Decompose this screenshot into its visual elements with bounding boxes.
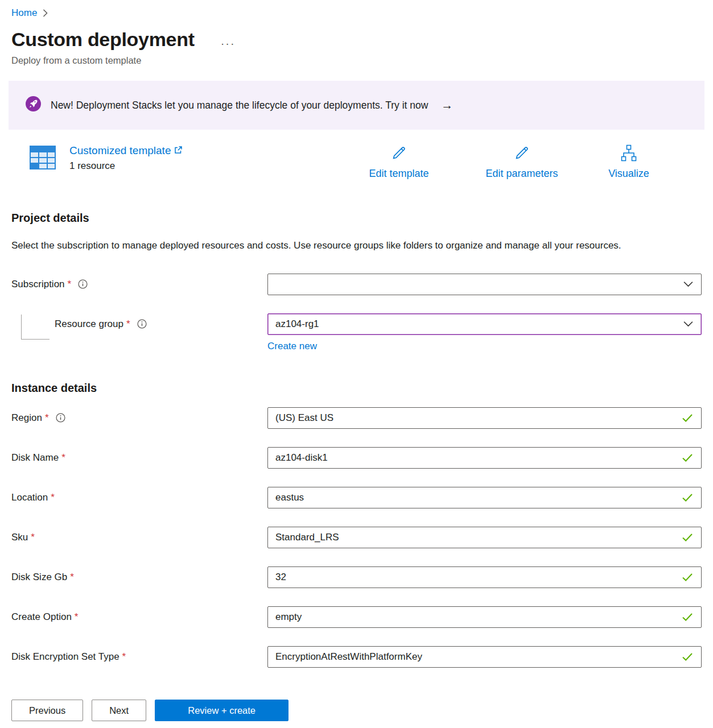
project-details-description: Select the subscription to manage deploy… (11, 237, 671, 254)
required-asterisk: * (126, 318, 130, 330)
region-label-group: Region * (11, 412, 267, 424)
location-input[interactable]: eastus (267, 487, 702, 508)
rocket-icon (26, 96, 41, 114)
next-button[interactable]: Next (92, 700, 146, 721)
resource-group-row: Resource group * az104-rg1 (11, 313, 702, 335)
region-row: Region * (US) East US (11, 407, 702, 429)
template-card: Customized template 1 resource (11, 144, 702, 180)
pencil-icon (513, 144, 530, 163)
required-asterisk: * (45, 412, 49, 424)
disk-size-input[interactable]: 32 (267, 566, 702, 588)
required-asterisk: * (68, 279, 72, 290)
hierarchy-icon (620, 144, 638, 163)
more-options-button[interactable]: ··· (221, 37, 236, 50)
required-asterisk: * (61, 452, 65, 464)
disk-size-label: Disk Size Gb (11, 572, 67, 583)
disk-name-value: az104-disk1 (275, 452, 328, 464)
create-new-link[interactable]: Create new (267, 341, 317, 352)
subscription-row: Subscription * (11, 274, 702, 295)
page-subtitle: Deploy from a custom template (11, 55, 702, 66)
disk-encryption-label-group: Disk Encryption Set Type * (11, 651, 267, 663)
template-actions: Edit template Edit parameters (337, 144, 702, 180)
disk-size-value: 32 (275, 572, 286, 583)
template-resource-count: 1 resource (69, 160, 182, 172)
valid-check-icon (682, 493, 693, 502)
page-title: Custom deployment (11, 28, 195, 51)
info-icon[interactable] (56, 413, 65, 423)
breadcrumb: Home (11, 6, 702, 20)
instance-details-heading: Instance details (11, 382, 702, 395)
sku-label: Sku (11, 532, 28, 543)
required-asterisk: * (70, 572, 74, 583)
location-row: Location * eastus (11, 487, 702, 508)
subscription-label-group: Subscription * (11, 279, 267, 290)
edit-parameters-label: Edit parameters (485, 168, 558, 180)
disk-name-label: Disk Name (11, 452, 59, 464)
resource-group-label: Resource group (55, 318, 123, 330)
pencil-icon (390, 144, 407, 163)
external-link-icon (174, 144, 182, 157)
resource-group-select[interactable]: az104-rg1 (267, 313, 702, 335)
nesting-connector (21, 315, 50, 340)
region-value: (US) East US (275, 412, 333, 424)
visualize-label: Visualize (608, 168, 649, 180)
customized-template-link[interactable]: Customized template (69, 144, 182, 157)
disk-size-label-group: Disk Size Gb * (11, 572, 267, 583)
sku-value: Standard_LRS (275, 532, 339, 543)
location-label-group: Location * (11, 492, 267, 503)
chevron-down-icon (683, 281, 693, 287)
valid-check-icon (682, 413, 693, 423)
review-create-button[interactable]: Review + create (155, 700, 289, 721)
chevron-down-icon (683, 321, 693, 327)
valid-check-icon (682, 652, 693, 661)
title-row: Custom deployment ··· (11, 28, 702, 51)
resource-group-label-group: Resource group * (11, 318, 267, 330)
edit-template-button[interactable]: Edit template (337, 144, 460, 180)
valid-check-icon (682, 453, 693, 462)
template-name-text: Customized template (69, 144, 171, 157)
subscription-label: Subscription (11, 279, 65, 290)
disk-name-input[interactable]: az104-disk1 (267, 447, 702, 469)
deployment-stacks-banner: New! Deployment Stacks let you manage th… (9, 81, 704, 130)
disk-encryption-set-type-label: Disk Encryption Set Type (11, 651, 119, 663)
disk-size-row: Disk Size Gb * 32 (11, 566, 702, 588)
info-icon[interactable] (137, 319, 147, 329)
subscription-select[interactable] (267, 274, 702, 295)
required-asterisk: * (51, 492, 55, 503)
location-value: eastus (275, 492, 304, 503)
valid-check-icon (682, 533, 693, 542)
valid-check-icon (682, 613, 693, 622)
template-info: Customized template 1 resource (69, 144, 182, 172)
project-details-heading: Project details (11, 212, 702, 225)
disk-encryption-set-type-row: Disk Encryption Set Type * EncryptionAtR… (11, 646, 702, 668)
create-option-label: Create Option (11, 611, 72, 623)
sku-label-group: Sku * (11, 532, 267, 543)
arrow-right-icon[interactable]: → (441, 98, 453, 112)
edit-parameters-button[interactable]: Edit parameters (460, 144, 583, 180)
create-option-value: empty (275, 611, 302, 623)
template-icon (30, 146, 56, 172)
breadcrumb-home-link[interactable]: Home (11, 7, 37, 19)
disk-name-label-group: Disk Name * (11, 452, 267, 464)
project-form: Subscription * Resource group * (11, 274, 702, 352)
previous-button[interactable]: Previous (11, 700, 83, 721)
required-asterisk: * (75, 611, 79, 623)
visualize-button[interactable]: Visualize (583, 144, 674, 180)
valid-check-icon (682, 573, 693, 582)
info-icon[interactable] (78, 279, 88, 289)
disk-name-row: Disk Name * az104-disk1 (11, 447, 702, 469)
create-option-label-group: Create Option * (11, 611, 267, 623)
region-input[interactable]: (US) East US (267, 407, 702, 429)
page-content: Home Custom deployment ··· Deploy from a… (0, 0, 713, 668)
create-option-row: Create Option * empty (11, 606, 702, 628)
disk-encryption-set-type-input[interactable]: EncryptionAtRestWithPlatformKey (267, 646, 702, 668)
sku-input[interactable]: Standard_LRS (267, 527, 702, 548)
instance-form: Region * (US) East US Disk Name * (11, 407, 702, 668)
breadcrumb-chevron-icon (43, 9, 48, 19)
sku-row: Sku * Standard_LRS (11, 527, 702, 548)
wizard-footer: Previous Next Review + create (0, 693, 713, 728)
disk-encryption-set-type-value: EncryptionAtRestWithPlatformKey (275, 651, 422, 663)
required-asterisk: * (31, 532, 35, 543)
create-option-input[interactable]: empty (267, 606, 702, 628)
edit-template-label: Edit template (369, 168, 428, 180)
